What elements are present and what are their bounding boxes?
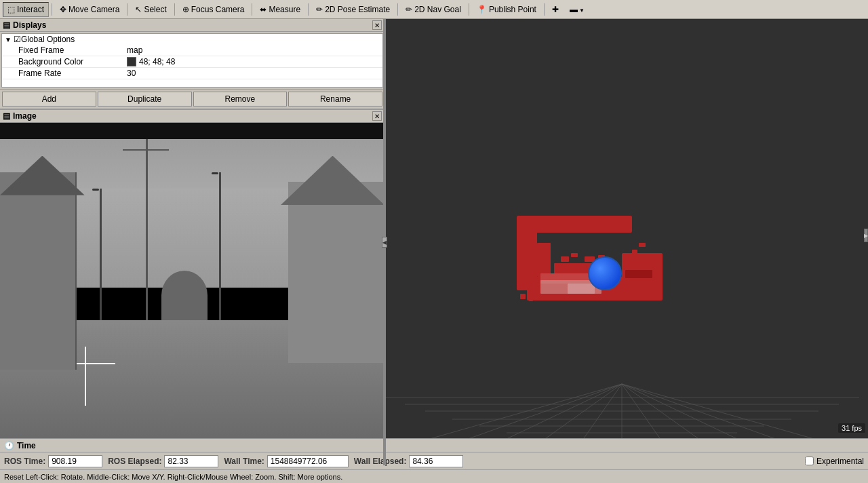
- fixed-frame-label: Fixed Frame: [18, 45, 127, 55]
- ros-elapsed-field: ROS Elapsed:: [108, 455, 218, 467]
- remove-display-btn[interactable]: Remove: [193, 92, 288, 107]
- color-swatch-box: [127, 57, 136, 66]
- duplicate-display-btn[interactable]: Duplicate: [98, 92, 192, 107]
- time-clock-icon: 🕐: [4, 441, 14, 450]
- nav-goal-btn[interactable]: ✏ 2D Nav Goal: [401, 2, 466, 17]
- publish-point-btn[interactable]: 📍 Publish Point: [472, 2, 541, 17]
- measure-btn[interactable]: ⬌ Measure: [255, 2, 305, 17]
- add-display-btn[interactable]: Add: [2, 92, 96, 107]
- displays-close-btn[interactable]: ✕: [372, 20, 382, 30]
- bg-color-value: 48; 48; 48: [127, 57, 380, 66]
- svg-rect-29: [625, 270, 652, 278]
- nav-goal-label: 2D Nav Goal: [414, 5, 461, 14]
- move-icon: ✥: [60, 5, 66, 14]
- experimental-checkbox[interactable]: [805, 457, 814, 465]
- displays-tree[interactable]: ▼ ☑ Global Options Fixed Frame map Backg…: [1, 33, 383, 88]
- lamp-pole-1: [100, 189, 102, 320]
- image-section: ▤ Image ✕: [0, 109, 384, 452]
- move-camera-btn[interactable]: ✥ Move Camera: [55, 2, 124, 17]
- select-label: Select: [144, 5, 166, 14]
- image-icon: ▤: [3, 111, 10, 121]
- image-close-btn[interactable]: ✕: [372, 111, 382, 121]
- wall-elapsed-field: Wall Elapsed:: [354, 455, 464, 467]
- checkbox-icon: ☑: [14, 35, 21, 44]
- robot-marker: [588, 256, 622, 290]
- config-btn[interactable]: ▬▼: [565, 2, 589, 17]
- focus-icon: ⊕: [182, 5, 189, 14]
- add-btn[interactable]: ✚: [547, 2, 564, 17]
- image-title: ▤ Image: [3, 111, 37, 121]
- svg-rect-27: [605, 219, 625, 226]
- svg-rect-31: [529, 297, 533, 301]
- separator-8: [544, 3, 545, 16]
- interact-icon: ⬚: [7, 5, 15, 14]
- svg-rect-30: [520, 294, 526, 299]
- image-viewport[interactable]: [0, 123, 384, 452]
- measure-icon: ⬌: [260, 5, 267, 14]
- pose-estimate-label: 2D Pose Estimate: [325, 5, 390, 14]
- separator-2: [127, 3, 127, 16]
- fixed-frame-row: Fixed Frame map: [2, 45, 382, 56]
- global-options-label: Global Options: [21, 35, 75, 44]
- svg-rect-36: [656, 273, 660, 277]
- crane-pole: [146, 139, 148, 320]
- marker-vertical: [85, 347, 86, 406]
- splitter-arrow[interactable]: ◀: [382, 237, 387, 248]
- separator-7: [469, 3, 469, 16]
- frame-rate-value: 30: [127, 69, 380, 78]
- 3d-viewport[interactable]: ▶ 31 fps: [384, 19, 868, 452]
- svg-rect-32: [632, 250, 637, 255]
- select-btn[interactable]: ↖ Select: [130, 2, 171, 17]
- separator-6: [397, 3, 398, 16]
- ros-elapsed-input[interactable]: [164, 455, 218, 467]
- status-message-text: Reset Left-Click: Rotate. Middle-Click: …: [4, 473, 342, 481]
- rename-display-btn[interactable]: Rename: [288, 92, 382, 107]
- select-icon: ↖: [135, 5, 142, 14]
- right-splitter[interactable]: ▶: [864, 229, 868, 242]
- svg-rect-25: [537, 243, 551, 277]
- wall-elapsed-input[interactable]: [409, 455, 463, 467]
- panel-splitter[interactable]: ◀: [383, 19, 386, 465]
- left-panel: ▤ Displays ✕ ▼ ☑ Global Options Fixed Fr…: [0, 19, 384, 452]
- bg-color-label: Background Color: [18, 57, 127, 66]
- separator-1: [52, 3, 52, 16]
- experimental-label: Experimental: [816, 457, 864, 466]
- right-house: [288, 182, 384, 363]
- displays-buttons: Add Duplicate Remove Rename: [0, 89, 384, 109]
- tree-expand-icon: ▼: [5, 36, 12, 43]
- separator-4: [252, 3, 252, 16]
- statusbar: ROS Time: ROS Elapsed: Wall Time: Wall E…: [0, 452, 868, 469]
- svg-rect-34: [646, 256, 650, 263]
- svg-rect-26: [574, 223, 601, 231]
- wall-time-field: Wall Time:: [224, 455, 348, 467]
- interact-btn[interactable]: ⬚ Interact: [3, 2, 49, 17]
- wall-time-label: Wall Time:: [224, 457, 264, 466]
- time-panel-title: Time: [17, 441, 36, 450]
- move-camera-label: Move Camera: [68, 5, 119, 14]
- fps-badge: 31 fps: [838, 423, 865, 433]
- bg-color-row: Background Color 48; 48; 48: [2, 56, 382, 68]
- focus-camera-btn[interactable]: ⊕ Focus Camera: [178, 2, 250, 17]
- global-options-item[interactable]: ▼ ☑ Global Options: [2, 34, 382, 45]
- wall-time-input[interactable]: [267, 455, 349, 467]
- experimental-area: Experimental: [805, 457, 864, 466]
- config-icon: ▬▼: [570, 5, 585, 14]
- ros-time-input[interactable]: [48, 455, 102, 467]
- marker-horizontal: [77, 363, 115, 364]
- lamp-arm-2: [212, 172, 218, 174]
- pose-estimate-btn[interactable]: ✏ 2D Pose Estimate: [311, 2, 395, 17]
- displays-icon: ▤: [3, 20, 10, 30]
- displays-header: ▤ Displays ✕: [0, 19, 384, 32]
- ros-time-field: ROS Time:: [4, 455, 102, 467]
- left-house: [0, 172, 77, 370]
- scene-container: [0, 123, 384, 452]
- separator-5: [308, 3, 309, 16]
- image-header: ▤ Image ✕: [0, 110, 384, 123]
- displays-section: ▤ Displays ✕ ▼ ☑ Global Options Fixed Fr…: [0, 19, 384, 109]
- gazebo: [161, 271, 208, 320]
- svg-rect-38: [571, 253, 578, 257]
- svg-rect-33: [639, 243, 646, 247]
- point-icon: 📍: [477, 5, 487, 14]
- lamp-pole-2: [219, 172, 221, 320]
- separator-3: [174, 3, 175, 16]
